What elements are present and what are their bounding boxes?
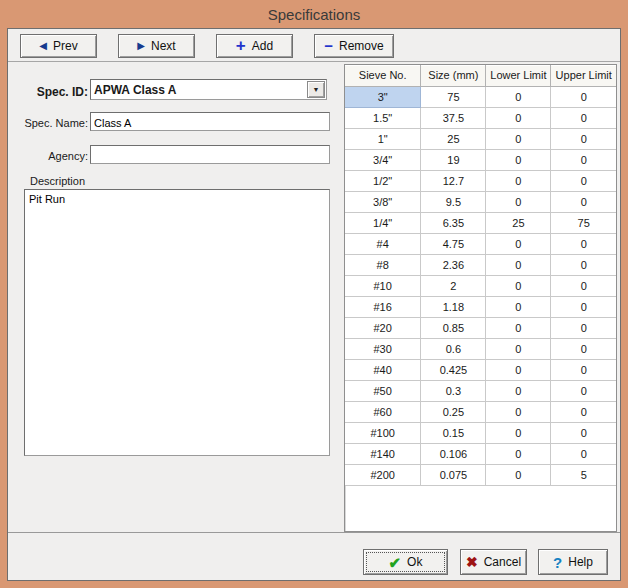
table-cell[interactable]: 0.85 <box>421 317 486 338</box>
table-cell[interactable]: 0 <box>486 338 551 359</box>
table-cell[interactable]: #200 <box>345 464 421 485</box>
table-cell[interactable]: 0.425 <box>421 359 486 380</box>
table-cell[interactable]: 6.35 <box>421 212 486 233</box>
table-row: #500.300 <box>345 380 616 401</box>
table-cell[interactable]: #20 <box>345 317 421 338</box>
table-cell[interactable]: 0 <box>486 317 551 338</box>
table-cell[interactable]: #60 <box>345 401 421 422</box>
table-cell[interactable]: 0 <box>551 359 616 380</box>
prev-button[interactable]: ◀ Prev <box>20 34 97 58</box>
table-cell[interactable]: 75 <box>551 212 616 233</box>
minus-icon: − <box>324 38 333 53</box>
table-cell[interactable]: #140 <box>345 443 421 464</box>
sieve-spec-table: Sieve No. Size (mm) Lower Limit Upper Li… <box>345 65 616 486</box>
table-cell[interactable]: 37.5 <box>421 107 486 128</box>
description-textarea[interactable]: Pit Run <box>24 189 330 456</box>
ok-button[interactable]: ✔ Ok <box>363 549 448 575</box>
table-cell[interactable]: 0 <box>486 107 551 128</box>
table-cell[interactable]: 1" <box>345 128 421 149</box>
table-cell[interactable]: 0 <box>551 149 616 170</box>
window-title: Specifications <box>268 6 361 23</box>
table-cell[interactable]: 0 <box>486 464 551 485</box>
table-cell[interactable]: 2.36 <box>421 254 486 275</box>
table-cell[interactable]: 9.5 <box>421 191 486 212</box>
table-cell[interactable]: 12.7 <box>421 170 486 191</box>
table-cell[interactable]: 3/4" <box>345 149 421 170</box>
agency-input[interactable] <box>90 145 330 164</box>
cancel-button[interactable]: ✖ Cancel <box>460 549 527 575</box>
table-cell[interactable]: 0.15 <box>421 422 486 443</box>
check-icon: ✔ <box>389 555 402 570</box>
add-button[interactable]: + Add <box>216 34 293 58</box>
table-cell[interactable]: 0 <box>551 317 616 338</box>
table-cell[interactable]: 4.75 <box>421 233 486 254</box>
table-cell[interactable]: 25 <box>486 212 551 233</box>
table-cell[interactable]: #16 <box>345 296 421 317</box>
table-cell[interactable]: 2 <box>421 275 486 296</box>
table-cell[interactable]: 0 <box>486 443 551 464</box>
spec-name-label: Spec. Name: <box>18 117 88 129</box>
table-cell[interactable]: 25 <box>421 128 486 149</box>
description-label: Description <box>30 175 85 187</box>
table-cell[interactable]: 0 <box>486 170 551 191</box>
table-cell[interactable]: 0 <box>551 443 616 464</box>
table-cell[interactable]: #40 <box>345 359 421 380</box>
table-cell[interactable]: 0 <box>486 86 551 107</box>
table-cell[interactable]: 1.5" <box>345 107 421 128</box>
table-cell[interactable]: 0 <box>551 107 616 128</box>
table-cell[interactable]: 1/4" <box>345 212 421 233</box>
table-cell[interactable]: 0 <box>486 149 551 170</box>
table-cell[interactable]: 0 <box>551 191 616 212</box>
table-cell[interactable]: 75 <box>421 86 486 107</box>
table-cell[interactable]: #50 <box>345 380 421 401</box>
table-cell[interactable]: 0 <box>486 128 551 149</box>
table-cell[interactable]: 0.075 <box>421 464 486 485</box>
table-cell[interactable]: #4 <box>345 233 421 254</box>
table-cell[interactable]: 0 <box>486 191 551 212</box>
x-icon: ✖ <box>466 555 478 569</box>
table-cell[interactable]: #30 <box>345 338 421 359</box>
table-cell[interactable]: 5 <box>551 464 616 485</box>
spec-id-dropdown[interactable]: APWA Class A ▼ <box>90 79 327 100</box>
next-button[interactable]: ▶ Next <box>118 34 195 58</box>
table-cell[interactable]: 0 <box>551 338 616 359</box>
table-cell[interactable]: #100 <box>345 422 421 443</box>
table-row: 1/4"6.352575 <box>345 212 616 233</box>
table-cell[interactable]: 1/2" <box>345 170 421 191</box>
table-cell[interactable]: 0 <box>486 275 551 296</box>
table-cell[interactable]: 0.3 <box>421 380 486 401</box>
table-cell[interactable]: 0 <box>551 170 616 191</box>
table-cell[interactable]: 0 <box>486 380 551 401</box>
table-cell[interactable]: #8 <box>345 254 421 275</box>
table-cell[interactable]: 0 <box>486 254 551 275</box>
prev-button-label: Prev <box>53 39 78 53</box>
table-cell[interactable]: 0.106 <box>421 443 486 464</box>
table-cell[interactable]: 0 <box>551 254 616 275</box>
table-cell[interactable]: 0 <box>486 401 551 422</box>
table-cell[interactable]: #10 <box>345 275 421 296</box>
remove-button[interactable]: − Remove <box>314 34 394 58</box>
table-cell[interactable]: 3/8" <box>345 191 421 212</box>
table-cell[interactable]: 0.25 <box>421 401 486 422</box>
spec-id-label: Spec. ID: <box>18 85 88 99</box>
table-cell[interactable]: 0.6 <box>421 338 486 359</box>
table-cell[interactable]: 0 <box>551 128 616 149</box>
agency-label: Agency: <box>18 150 88 162</box>
help-button[interactable]: ? Help <box>538 549 608 575</box>
spec-name-input[interactable] <box>90 112 330 131</box>
table-cell[interactable]: 0 <box>486 296 551 317</box>
table-cell[interactable]: 1.18 <box>421 296 486 317</box>
table-cell[interactable]: 0 <box>486 422 551 443</box>
table-cell[interactable]: 0 <box>486 359 551 380</box>
table-cell[interactable]: 0 <box>551 233 616 254</box>
dropdown-arrow-button[interactable]: ▼ <box>307 81 325 98</box>
table-cell[interactable]: 0 <box>551 296 616 317</box>
table-cell[interactable]: 0 <box>486 233 551 254</box>
table-cell[interactable]: 0 <box>551 86 616 107</box>
table-cell[interactable]: 0 <box>551 422 616 443</box>
table-cell[interactable]: 0 <box>551 380 616 401</box>
table-cell[interactable]: 0 <box>551 401 616 422</box>
table-cell[interactable]: 0 <box>551 275 616 296</box>
table-cell[interactable]: 19 <box>421 149 486 170</box>
table-cell[interactable]: 3" <box>345 86 421 107</box>
